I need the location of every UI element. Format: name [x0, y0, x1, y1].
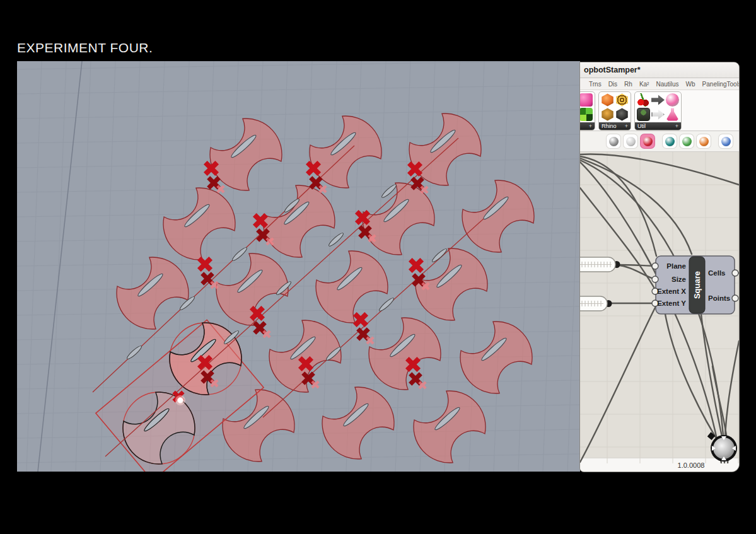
flask-icon[interactable]	[666, 108, 679, 121]
wireframe-display-ball[interactable]	[607, 134, 620, 148]
number-slider-1[interactable]	[580, 257, 620, 272]
wire[interactable]	[616, 265, 656, 279]
output-nub-points[interactable]	[732, 295, 738, 301]
green-checker-icon[interactable]	[580, 108, 593, 121]
toolbar-group-icons	[635, 92, 681, 122]
component-name: Square	[692, 271, 702, 299]
grasshopper-canvas-svg[interactable]: SquarePlaneSizeExtent XExtent YCellsPoin…	[580, 152, 739, 463]
output-label: Cells	[708, 269, 726, 277]
grasshopper-menubar: TrnsDisRhKa²NautilusWbPanelingTools	[580, 78, 739, 90]
amber-hexagon-icon[interactable]	[601, 108, 614, 121]
rhino-viewport[interactable]	[17, 61, 580, 472]
menu-item-rh[interactable]: Rh	[624, 81, 632, 88]
toolbar-group-label-text: Util	[637, 123, 646, 129]
display-ball-group	[719, 134, 733, 148]
honeycomb-hexagon-icon[interactable]	[615, 93, 629, 107]
grasshopper-canvas[interactable]: SquarePlaneSizeExtent XExtent YCellsPoin…	[580, 152, 739, 458]
toolbar-group-label-text: Rhino	[602, 123, 617, 129]
menu-item-dis[interactable]: Dis	[608, 81, 617, 88]
shaded-display-ball-sphere	[643, 137, 653, 146]
green-display-ball-sphere	[682, 137, 692, 146]
input-label: Extent Y	[657, 299, 686, 307]
grasshopper-window-title: opbotStamper*	[584, 66, 641, 74]
display-ball-group	[663, 134, 711, 148]
magenta-panel-icon[interactable]	[580, 93, 593, 107]
menu-item-wb[interactable]: Wb	[686, 81, 695, 88]
wire[interactable]	[580, 158, 692, 254]
toolbar-group-icons	[580, 92, 595, 122]
ghost-display-ball-sphere	[626, 137, 636, 146]
teal-display-ball[interactable]	[663, 134, 677, 148]
dark-hexagon-icon[interactable]	[615, 108, 629, 121]
display-ball-group	[607, 134, 654, 148]
menu-item-panelingtools[interactable]: PanelingTools	[702, 81, 739, 88]
grasshopper-window: opbotStamper* TrnsDisRhKa²NautilusWbPane…	[580, 62, 739, 472]
input-nub-plane[interactable]	[652, 263, 658, 269]
orange-display-ball[interactable]	[697, 134, 711, 148]
tree-icon[interactable]	[637, 108, 650, 121]
pink-orb-icon[interactable]	[666, 93, 679, 107]
orange-display-ball-sphere	[699, 137, 709, 146]
navigation-ball-sphere[interactable]	[713, 438, 735, 459]
page-title: EXPERIMENT FOUR.	[17, 40, 153, 55]
blue-display-ball-sphere	[721, 137, 731, 146]
orange-hexagon-icon[interactable]	[601, 93, 614, 107]
blue-display-ball[interactable]	[719, 134, 733, 148]
input-label: Size	[672, 276, 686, 283]
menu-item-trns[interactable]: Trns	[589, 81, 602, 88]
output-nub-cells[interactable]	[732, 270, 738, 276]
toolbar-group-icons	[599, 92, 631, 122]
input-nub-size[interactable]	[652, 276, 658, 282]
teal-display-ball-sphere	[665, 137, 675, 146]
slide-background: { "page": { "title": "EXPERIMENT FOUR." …	[0, 0, 756, 534]
toolbar-group-expand-icon[interactable]: +	[589, 123, 592, 129]
menu-item-nautilus[interactable]: Nautilus	[656, 81, 678, 88]
menu-item-ka[interactable]: Ka²	[639, 81, 649, 88]
grasshopper-toolbar: t+Rhino+Util+	[580, 90, 739, 131]
solid-arrow-icon[interactable]	[651, 93, 665, 107]
display-mode-toolbar	[580, 131, 739, 152]
toolbar-group-expand-icon[interactable]: +	[625, 123, 628, 129]
toolbar-group-label: t+	[580, 122, 595, 130]
toolbar-group-label: Util+	[635, 122, 681, 130]
wire[interactable]	[580, 154, 739, 185]
snap-point[interactable]	[178, 398, 183, 403]
hollow-arrow-icon[interactable]	[651, 108, 665, 121]
shaded-display-ball[interactable]	[641, 134, 654, 148]
grasshopper-titlebar[interactable]: opbotStamper*	[580, 62, 739, 78]
rhino-viewport-canvas[interactable]	[17, 61, 580, 472]
toolbar-group-expand-icon[interactable]: +	[675, 123, 678, 129]
wire[interactable]	[580, 156, 656, 256]
wireframe-display-ball-sphere	[609, 137, 619, 146]
output-label: Points	[708, 294, 730, 302]
cherries-icon[interactable]	[637, 93, 650, 107]
toolbar-group-util: Util+	[634, 91, 682, 131]
input-label: Plane	[666, 262, 686, 270]
green-display-ball[interactable]	[680, 134, 694, 148]
square-grid-component[interactable]: SquarePlaneSizeExtent XExtent YCellsPoin…	[652, 256, 738, 314]
toolbar-group-rhino: Rhino+	[598, 91, 631, 131]
navigation-ball[interactable]	[707, 432, 737, 461]
toolbar-group-t: t+	[580, 91, 595, 131]
input-label: Extent X	[657, 287, 686, 295]
toolbar-group-label: Rhino+	[599, 122, 631, 130]
ghost-display-ball[interactable]	[624, 134, 637, 148]
wire[interactable]	[580, 305, 656, 462]
